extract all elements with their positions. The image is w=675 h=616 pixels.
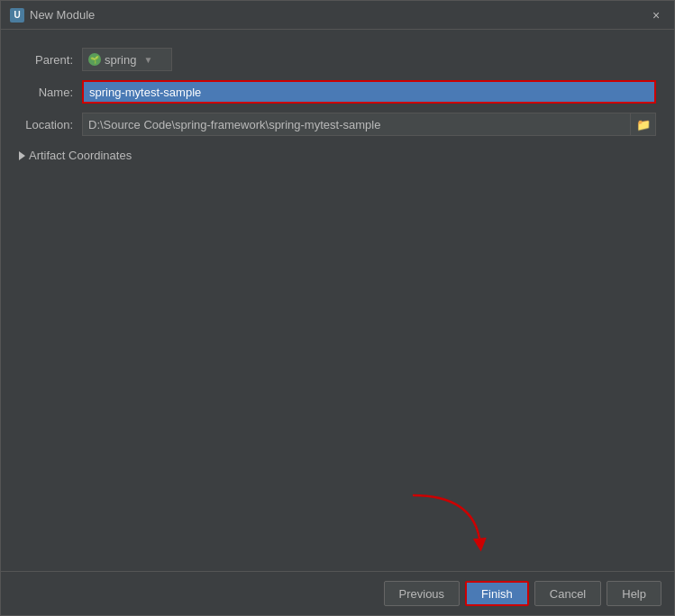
parent-dropdown[interactable]: 🌱 spring ▼ (82, 48, 172, 71)
location-label: Location: (19, 118, 82, 131)
app-icon: U (10, 8, 24, 23)
browse-button[interactable]: 📁 (631, 113, 656, 136)
previous-button[interactable]: Previous (384, 581, 461, 606)
name-input[interactable] (82, 80, 656, 104)
chevron-down-icon: ▼ (143, 55, 152, 65)
dialog-body: Parent: 🌱 spring ▼ Name: Location: 📁 (1, 30, 674, 571)
parent-row: Parent: 🌱 spring ▼ (19, 48, 656, 71)
folder-icon: 📁 (636, 118, 651, 131)
new-module-dialog: U New Module × Parent: 🌱 spring ▼ Name: (0, 0, 675, 616)
close-button[interactable]: × (647, 6, 665, 24)
finish-button[interactable]: Finish (465, 581, 529, 606)
name-row: Name: (19, 80, 656, 104)
parent-label: Parent: (19, 53, 82, 67)
name-label: Name: (19, 86, 82, 99)
location-input[interactable] (82, 113, 631, 136)
artifact-toggle[interactable]: Artifact Coordinates (19, 149, 132, 162)
cancel-button[interactable]: Cancel (534, 581, 601, 606)
artifact-section[interactable]: Artifact Coordinates (19, 149, 656, 162)
title-bar: U New Module × (1, 1, 674, 30)
expand-icon (19, 151, 25, 160)
artifact-label: Artifact Coordinates (29, 149, 132, 162)
parent-value: spring (105, 53, 136, 67)
spring-icon: 🌱 (88, 53, 101, 66)
dialog-footer: Previous Finish Cancel Help (1, 571, 674, 615)
help-button[interactable]: Help (607, 581, 661, 606)
dialog-title: New Module (30, 8, 95, 22)
parent-select[interactable]: 🌱 spring ▼ (82, 48, 172, 71)
title-bar-left: U New Module (10, 8, 95, 23)
location-row: Location: 📁 (19, 113, 656, 136)
